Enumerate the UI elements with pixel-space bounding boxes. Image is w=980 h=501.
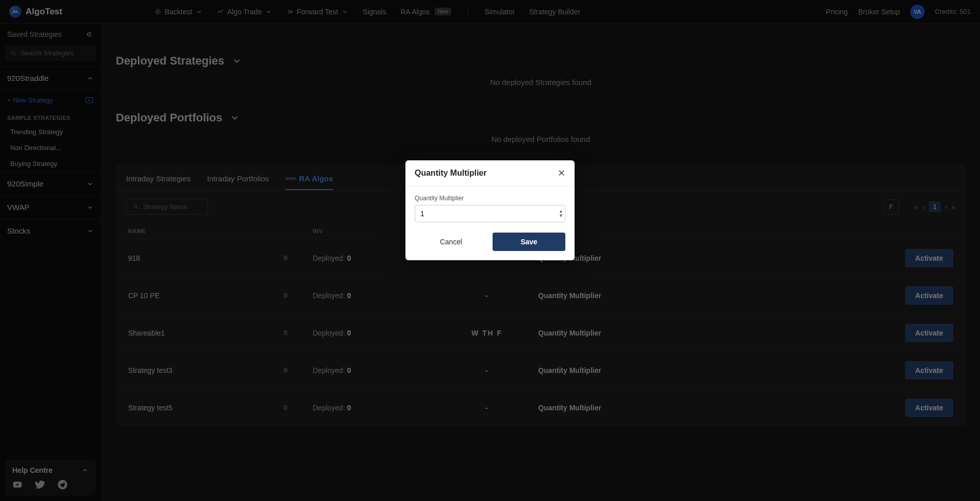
- quantity-multiplier-modal: Quantity Multiplier ✕ Quantity Multiplie…: [405, 160, 575, 260]
- stepper-down-icon[interactable]: ▼: [559, 214, 563, 218]
- quantity-stepper[interactable]: ▲▼: [559, 210, 563, 218]
- cancel-button[interactable]: Cancel: [415, 233, 487, 251]
- modal-title: Quantity Multiplier: [415, 169, 486, 178]
- quantity-input[interactable]: [415, 205, 565, 222]
- close-icon[interactable]: ✕: [558, 168, 565, 179]
- save-button[interactable]: Save: [493, 233, 565, 251]
- stepper-up-icon[interactable]: ▲: [559, 210, 563, 213]
- modal-input-label: Quantity Multiplier: [415, 195, 565, 202]
